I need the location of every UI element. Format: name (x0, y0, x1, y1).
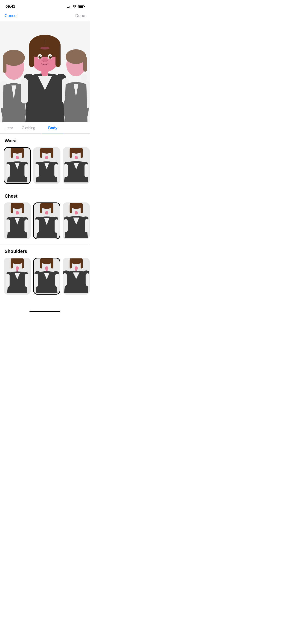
svg-rect-91 (70, 204, 72, 213)
svg-rect-73 (16, 211, 19, 215)
signal-icon (67, 5, 71, 8)
shoulders-options (0, 258, 90, 299)
svg-rect-44 (15, 159, 19, 161)
svg-rect-102 (22, 260, 24, 268)
shoulders-section: Shoulders (0, 244, 90, 299)
svg-rect-97 (64, 219, 68, 232)
svg-rect-128 (86, 274, 89, 286)
svg-rect-57 (35, 164, 39, 177)
svg-rect-62 (80, 149, 83, 158)
svg-rect-121 (70, 260, 72, 268)
svg-rect-78 (24, 219, 28, 232)
svg-rect-82 (51, 204, 53, 213)
svg-rect-51 (40, 149, 42, 158)
svg-rect-112 (51, 260, 53, 268)
svg-point-25 (50, 56, 51, 57)
svg-point-29 (47, 60, 48, 61)
shoulders-title: Shoulders (0, 249, 90, 258)
svg-point-31 (42, 58, 47, 62)
chest-option-2[interactable] (33, 202, 60, 239)
avatar-side-right (58, 35, 90, 122)
svg-rect-117 (34, 274, 38, 287)
svg-rect-17 (30, 50, 60, 57)
svg-rect-98 (85, 219, 89, 232)
svg-rect-122 (80, 260, 83, 268)
svg-rect-43 (16, 156, 19, 160)
tab-clothing[interactable]: Clothing (15, 126, 42, 133)
svg-rect-111 (40, 260, 42, 268)
avatar-preview (0, 21, 90, 122)
svg-rect-118 (55, 274, 59, 287)
svg-rect-87 (35, 219, 39, 233)
svg-rect-107 (6, 274, 10, 287)
svg-rect-123 (74, 266, 78, 270)
waist-section: Waist (0, 134, 90, 189)
svg-rect-47 (6, 164, 10, 177)
home-bar (30, 311, 60, 312)
svg-rect-103 (16, 266, 19, 270)
chest-options (0, 202, 90, 244)
chest-option-1[interactable] (4, 202, 31, 239)
svg-rect-9 (21, 78, 28, 104)
svg-rect-48 (24, 164, 28, 177)
chest-title: Chest (0, 194, 90, 202)
chest-section: Chest (0, 189, 90, 244)
svg-rect-88 (54, 219, 58, 233)
waist-title: Waist (0, 138, 90, 147)
svg-point-37 (66, 49, 86, 64)
svg-rect-41 (11, 149, 13, 158)
svg-rect-83 (45, 211, 48, 215)
svg-rect-113 (45, 266, 48, 270)
svg-point-35 (81, 74, 87, 81)
svg-rect-54 (45, 159, 48, 161)
svg-rect-38 (83, 57, 87, 72)
svg-rect-61 (70, 149, 72, 158)
svg-rect-4 (3, 57, 6, 73)
svg-rect-84 (45, 214, 48, 216)
chest-option-3[interactable] (62, 202, 90, 239)
tab-body[interactable]: Body (42, 126, 64, 133)
svg-rect-127 (63, 274, 67, 286)
home-indicator (0, 308, 90, 314)
waist-option-2[interactable] (33, 147, 60, 184)
svg-rect-58 (54, 164, 58, 177)
nav-bar: Cancel Done (0, 12, 90, 21)
svg-rect-77 (6, 219, 10, 232)
svg-rect-108 (25, 274, 28, 287)
battery-icon (78, 5, 84, 8)
tab-headwear[interactable]: ...ear (0, 126, 15, 133)
tab-bar: ...ear Clothing Body (0, 122, 90, 134)
svg-rect-92 (80, 204, 83, 213)
svg-rect-63 (74, 156, 78, 160)
status-icons (67, 5, 84, 8)
svg-rect-81 (40, 204, 42, 213)
status-time: 09:41 (6, 4, 15, 9)
waist-options (0, 147, 90, 189)
svg-rect-74 (15, 214, 19, 216)
shoulders-option-2[interactable] (33, 258, 60, 294)
waist-option-1[interactable] (4, 147, 31, 184)
svg-rect-52 (51, 149, 53, 158)
svg-rect-71 (11, 204, 13, 213)
svg-rect-72 (22, 204, 24, 213)
svg-rect-101 (11, 260, 13, 268)
svg-rect-68 (84, 164, 88, 177)
waist-option-3[interactable] (62, 147, 90, 184)
svg-rect-67 (64, 164, 68, 177)
done-button[interactable]: Done (75, 13, 85, 18)
content-area: Waist (0, 134, 90, 308)
wifi-icon (73, 5, 76, 8)
svg-rect-93 (74, 211, 78, 215)
status-bar: 09:41 (0, 0, 90, 12)
svg-point-26 (42, 60, 43, 61)
svg-point-24 (40, 56, 41, 57)
shoulders-option-1[interactable] (4, 258, 31, 294)
shoulders-option-3[interactable] (62, 258, 90, 294)
svg-rect-42 (22, 149, 24, 158)
cancel-button[interactable]: Cancel (4, 13, 18, 18)
svg-rect-53 (45, 156, 48, 160)
svg-point-32 (40, 47, 50, 50)
